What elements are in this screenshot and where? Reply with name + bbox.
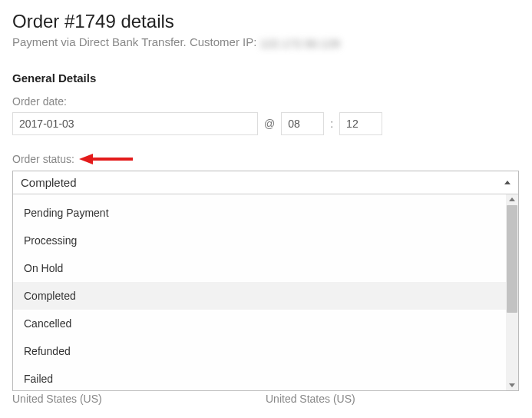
order-minute-input[interactable] [339, 112, 382, 135]
caret-up-icon [504, 181, 511, 184]
svg-marker-1 [79, 154, 93, 164]
status-option-pending[interactable]: Pending Payment [13, 199, 506, 227]
footer-countries: United States (US) United States (US) [12, 393, 519, 405]
at-separator: @ [264, 118, 275, 130]
order-status-select[interactable]: Completed Pending Payment Processing On … [12, 171, 519, 391]
payment-method-text: Payment via Direct Bank Transfer. Custom… [12, 35, 260, 48]
payment-info-line: Payment via Direct Bank Transfer. Custom… [12, 35, 520, 50]
order-date-row: @ : [12, 112, 520, 135]
colon-separator: : [330, 118, 333, 130]
order-status-selected-text: Completed [21, 176, 77, 189]
customer-ip: 122.172.50.129 [260, 37, 340, 50]
status-option-processing[interactable]: Processing [13, 227, 506, 254]
order-hour-input[interactable] [281, 112, 324, 135]
order-status-label: Order status: [12, 153, 74, 165]
annotation-arrow-icon [79, 152, 133, 166]
page-title: Order #1749 details [12, 11, 520, 32]
scroll-down-icon[interactable] [509, 383, 515, 387]
scroll-up-icon[interactable] [509, 197, 515, 201]
status-option-cancelled[interactable]: Cancelled [13, 310, 506, 337]
status-option-refunded[interactable]: Refunded [13, 337, 506, 365]
order-status-dropdown: Pending Payment Processing On Hold Compl… [13, 194, 518, 390]
dropdown-scrollbar[interactable] [506, 194, 518, 390]
general-details-heading: General Details [12, 71, 520, 85]
status-option-failed[interactable]: Failed [13, 365, 506, 386]
scroll-thumb[interactable] [507, 205, 517, 313]
footer-country-right: United States (US) [266, 393, 519, 405]
status-option-on-hold[interactable]: On Hold [13, 254, 506, 282]
order-status-selected[interactable]: Completed [13, 171, 518, 194]
order-date-label: Order date: [12, 95, 520, 108]
status-option-completed[interactable]: Completed [13, 282, 506, 310]
order-date-input[interactable] [12, 112, 258, 135]
order-status-options: Pending Payment Processing On Hold Compl… [13, 194, 506, 386]
footer-country-left: United States (US) [12, 393, 266, 405]
